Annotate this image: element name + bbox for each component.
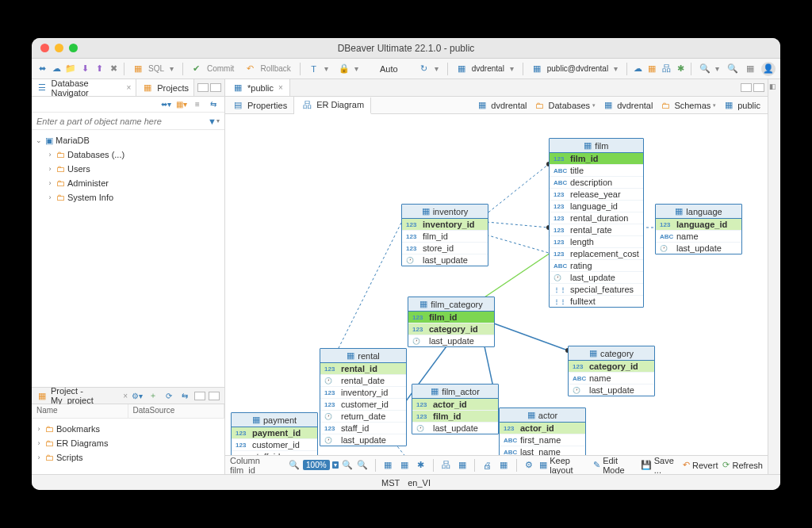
column-row[interactable]: 123film_id: [402, 231, 488, 243]
entity-film-actor[interactable]: ▦ film_actor123actor_id123film_id🕐last_u…: [412, 384, 499, 434]
zoom-level[interactable]: 100%: [303, 460, 330, 470]
entity-film[interactable]: ▦ film123film_idABCtitleABCdescription12…: [549, 138, 644, 308]
search-dd[interactable]: 🔍▾: [696, 63, 723, 75]
proj-item[interactable]: ›🗀Scripts: [32, 450, 224, 465]
edit-mode-button[interactable]: ✎Edit Mode: [593, 456, 636, 475]
column-row[interactable]: ABClast_name: [500, 446, 585, 455]
column-row[interactable]: 🕐last_update: [402, 254, 488, 266]
column-row[interactable]: 123film_id: [408, 312, 494, 323]
col-datasource[interactable]: DataSource: [128, 404, 225, 418]
tab-er-diagram[interactable]: 品ER Diagram: [294, 98, 371, 114]
mx2-icon[interactable]: ⬆: [94, 63, 105, 75]
maximize-window[interactable]: [69, 44, 78, 52]
entity-inventory[interactable]: ▦ inventory123inventory_id123film_id123s…: [401, 204, 488, 266]
bug-icon[interactable]: ✱: [675, 63, 686, 75]
collapse-icon[interactable]: ⇆: [178, 389, 191, 402]
proj-item[interactable]: ›🗀Bookmarks: [32, 422, 224, 436]
filter-icon[interactable]: ▼: [208, 117, 216, 126]
tree-root[interactable]: ⌄▣MariaDB: [32, 133, 224, 147]
gear-icon[interactable]: ⚙▾: [131, 389, 144, 402]
column-row[interactable]: 123length: [550, 236, 643, 248]
tree-item[interactable]: ›🗀Databases (...): [32, 147, 224, 162]
column-row[interactable]: ABCname: [656, 231, 741, 243]
layout2-icon[interactable]: ▦: [456, 459, 468, 472]
column-row[interactable]: 123language_id: [656, 219, 741, 231]
column-row[interactable]: 123inventory_id: [320, 387, 406, 399]
column-row[interactable]: 123category_id: [569, 361, 654, 373]
column-row[interactable]: 123actor_id: [412, 399, 498, 411]
zoom-in-icon[interactable]: 🔍: [341, 459, 354, 472]
column-row[interactable]: 🕐last_update: [320, 434, 406, 446]
nav-view-icon[interactable]: ≡: [191, 98, 204, 111]
column-row[interactable]: 123inventory_id: [402, 219, 488, 231]
zoom-out-icon[interactable]: 🔍: [288, 459, 301, 472]
refresh-icon[interactable]: ⟳: [163, 389, 175, 402]
column-row[interactable]: 🕐last_update: [569, 385, 654, 396]
nav-collapse-icon[interactable]: ⇆: [207, 98, 220, 111]
sql-button[interactable]: ▦SQL▾: [129, 63, 178, 75]
maximize-panel-icon[interactable]: [753, 83, 764, 92]
crumb[interactable]: ▦dvdrental: [599, 98, 655, 113]
conn-select-1[interactable]: ▦dvdrental▾: [453, 63, 518, 75]
entity-actor[interactable]: ▦ actor123actor_idABCfirst_nameABClast_n…: [499, 407, 586, 455]
column-row[interactable]: 123staff_id: [320, 423, 406, 434]
user-icon[interactable]: 👤: [761, 62, 776, 76]
column-row[interactable]: 123release_year: [550, 189, 643, 201]
column-row[interactable]: 123film_id: [412, 411, 498, 423]
crumb[interactable]: ▦dvdrental: [473, 98, 529, 113]
cloud-icon[interactable]: ☁: [51, 63, 62, 75]
folder-icon[interactable]: 📁: [65, 63, 76, 75]
dash-icon[interactable]: ☁: [632, 63, 643, 75]
layout-icon[interactable]: 品: [440, 459, 452, 472]
column-row[interactable]: 123store_id: [402, 243, 488, 254]
close-icon[interactable]: ×: [126, 83, 131, 92]
column-row[interactable]: 123replacement_cost: [550, 248, 643, 260]
nav-connect-icon[interactable]: ⬌▾: [159, 98, 172, 111]
grid2-icon[interactable]: ▦: [398, 459, 410, 472]
column-row[interactable]: 123rental_rate: [550, 224, 643, 236]
save-button[interactable]: 💾Save ...: [641, 456, 678, 475]
tab-properties[interactable]: ▤Properties: [225, 97, 294, 113]
column-row[interactable]: 123actor_id: [500, 423, 585, 434]
column-row[interactable]: ABCfirst_name: [500, 434, 585, 446]
keep-layout-button[interactable]: ▦Keep layout: [539, 456, 588, 475]
crumb[interactable]: ▦public: [720, 98, 763, 113]
minimize-panel-icon[interactable]: [197, 83, 209, 92]
crumb[interactable]: 🗀Databases▾: [531, 98, 599, 113]
maximize-panel-icon[interactable]: [209, 392, 220, 400]
close-window[interactable]: [40, 44, 49, 52]
column-row[interactable]: 123rental_id: [320, 363, 406, 375]
tree-item[interactable]: ›🗀Users: [32, 162, 224, 176]
minimize-window[interactable]: [55, 44, 63, 52]
column-row[interactable]: ABCtitle: [550, 165, 643, 177]
proj-item[interactable]: ›🗀ER Diagrams: [32, 436, 224, 450]
tree-item[interactable]: ›🗀Administer: [32, 176, 224, 190]
er-icon[interactable]: 品: [661, 63, 672, 75]
perspective-icon[interactable]: ▦: [744, 63, 756, 75]
column-row[interactable]: ABCrating: [550, 260, 643, 272]
conn-select-2[interactable]: ▦public@dvdrental▾: [528, 63, 622, 75]
zoom-fit-icon[interactable]: 🔍: [356, 459, 369, 472]
refresh-button[interactable]: ⟳Refresh: [722, 460, 763, 470]
tx-button[interactable]: T▾: [305, 63, 332, 75]
rollback-button[interactable]: ↶Rollback: [241, 63, 294, 75]
add-icon[interactable]: ＋: [147, 389, 159, 402]
column-row[interactable]: ⋮⋮special_features: [550, 284, 643, 296]
column-row[interactable]: ABCname: [569, 373, 654, 385]
close-icon[interactable]: ×: [278, 83, 283, 92]
settings-icon[interactable]: ⚙: [523, 459, 534, 472]
column-row[interactable]: 🕐last_update: [656, 243, 741, 254]
column-row[interactable]: 123rental_duration: [550, 212, 643, 224]
column-row[interactable]: ⋮⋮fulltext: [550, 296, 643, 307]
minimize-panel-icon[interactable]: [741, 83, 752, 92]
editor-tab-public[interactable]: ▦ *public ×: [225, 79, 290, 96]
nav-folder-icon[interactable]: ▦▾: [175, 98, 188, 111]
column-row[interactable]: 123film_id: [550, 153, 643, 165]
close-icon[interactable]: ×: [123, 392, 128, 400]
column-row[interactable]: 🕐last_update: [550, 272, 643, 284]
nav-search-input[interactable]: [36, 117, 208, 126]
plug-icon[interactable]: ⬌: [36, 63, 48, 75]
entity-film-category[interactable]: ▦ film_category123film_id123category_id🕐…: [408, 297, 495, 347]
column-row[interactable]: 123customer_id: [232, 439, 317, 451]
tab-database-navigator[interactable]: ☰ Database Navigator ×: [32, 79, 136, 96]
